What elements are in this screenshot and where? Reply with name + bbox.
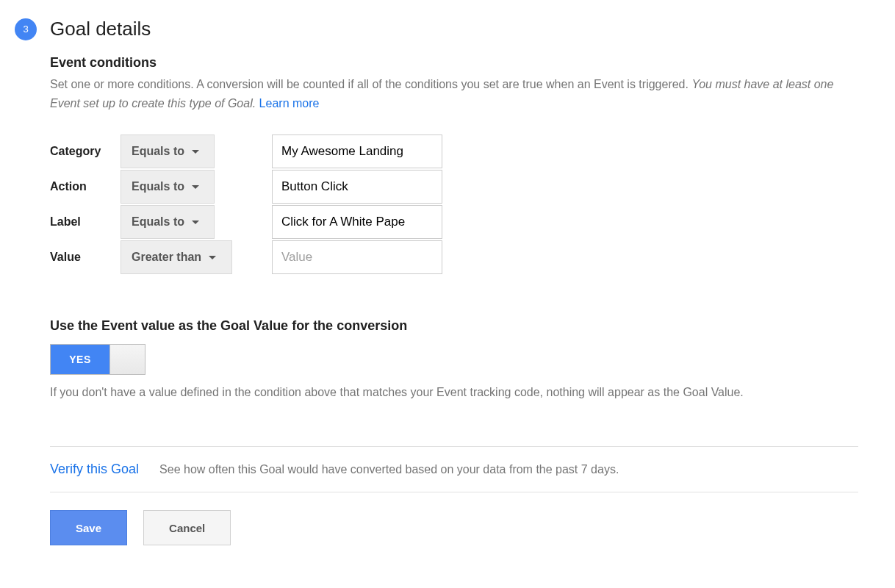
chevron-down-icon [192,150,199,154]
action-operator-select[interactable]: Equals to [121,170,215,204]
chevron-down-icon [192,185,199,189]
operator-value: Equals to [132,145,184,158]
toggle-on-label: YES [51,345,109,374]
chevron-down-icon [209,256,216,259]
condition-row-action: Action Equals to [50,170,442,205]
condition-label: Category [50,135,121,170]
condition-label: Label [50,205,121,240]
goal-value-description: If you don't have a value defined in the… [50,382,829,402]
value-operator-select[interactable]: Greater than [121,240,232,274]
goal-value-heading: Use the Event value as the Goal Value fo… [50,318,858,334]
step-number-badge: 3 [15,18,37,40]
label-value-input[interactable] [272,205,442,239]
condition-row-category: Category Equals to [50,135,442,170]
event-conditions-description: Set one or more conditions. A conversion… [50,75,858,112]
verify-section: Verify this Goal See how often this Goal… [50,446,858,492]
label-operator-select[interactable]: Equals to [121,205,215,239]
goal-value-toggle[interactable]: YES [50,344,145,375]
condition-row-label: Label Equals to [50,205,442,240]
step-header: 3 Goal details [15,18,880,40]
operator-value: Greater than [132,251,201,264]
learn-more-link[interactable]: Learn more [259,97,320,110]
condition-label: Value [50,240,121,276]
operator-value: Equals to [132,215,184,229]
toggle-off-side [109,345,145,374]
category-value-input[interactable] [272,135,442,168]
chevron-down-icon [192,220,199,224]
event-conditions-table: Category Equals to Action Equals to [50,135,442,276]
form-actions: Save Cancel [50,510,858,545]
step-title: Goal details [50,18,151,40]
action-value-input[interactable] [272,170,442,204]
value-value-input[interactable] [272,240,442,274]
operator-value: Equals to [132,180,184,193]
verify-goal-link[interactable]: Verify this Goal [50,462,139,477]
save-button[interactable]: Save [50,510,127,545]
goal-value-section: Use the Event value as the Goal Value fo… [50,318,858,402]
cancel-button[interactable]: Cancel [143,510,231,545]
category-operator-select[interactable]: Equals to [121,135,215,168]
event-conditions-heading: Event conditions [50,55,858,71]
condition-label: Action [50,170,121,205]
desc-text: Set one or more conditions. A conversion… [50,78,691,90]
condition-row-value: Value Greater than [50,240,442,276]
verify-description: See how often this Goal would have conve… [159,463,619,476]
